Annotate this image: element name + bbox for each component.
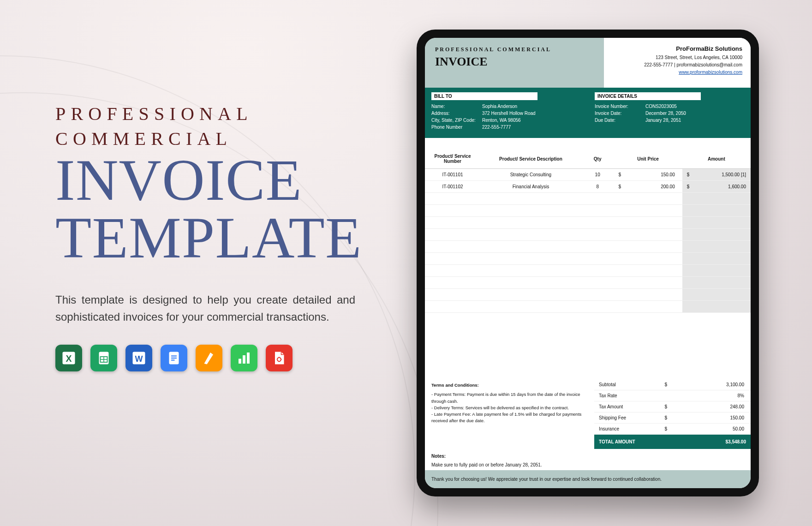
cell-amount: $1,600.00 — [682, 181, 751, 193]
table-row-empty — [425, 229, 751, 241]
company-website-link[interactable]: www.proformabizsolutions.com — [679, 70, 742, 75]
cell-num: IT-001102 — [425, 181, 480, 193]
label-phone: Phone Number — [431, 125, 482, 130]
bill-to-title: BILL TO — [431, 92, 537, 100]
sheets-icon — [90, 345, 117, 371]
svg-rect-14 — [247, 353, 250, 364]
table-row-empty — [425, 193, 751, 205]
docs-icon — [161, 345, 187, 371]
title-line1: PROFESSIONAL — [55, 102, 355, 126]
numbers-icon — [231, 345, 257, 371]
bill-name: Sophia Anderson — [482, 104, 517, 109]
table-row-empty — [425, 289, 751, 301]
tablet-frame: PROFESSIONAL COMMERCIAL INVOICE ProForma… — [417, 30, 759, 496]
cell-qty: 8 — [581, 181, 614, 193]
invoice-header-right: ProFormaBiz Solutions 123 Street, Street… — [604, 38, 751, 88]
bill-to-block: BILL TO Name:Sophia Anderson Address:372… — [431, 92, 581, 132]
table-row-empty — [425, 253, 751, 265]
taxamt-label: Tax Amount — [594, 401, 660, 412]
excel-icon: X — [55, 345, 82, 371]
company-name: ProFormaBiz Solutions — [604, 44, 742, 54]
invoice-details-block: INVOICE DETAILS Invoice Number:CONS20230… — [595, 92, 744, 132]
ins-value: 50.00 — [672, 424, 751, 435]
terms-title: Terms and Conditions: — [431, 382, 589, 389]
items-table: Product/ Service Number Product/ Service… — [425, 138, 751, 313]
term-3: - Late Payment Fee: A late payment fee o… — [431, 411, 589, 424]
title-big2: TEMPLATE — [55, 209, 355, 267]
label-invdate: Invoice Date: — [595, 111, 645, 116]
invoice-header: PROFESSIONAL COMMERCIAL INVOICE ProForma… — [425, 38, 751, 88]
line-items: Product/ Service Number Product/ Service… — [425, 138, 751, 379]
doc-title-line1: PROFESSIONAL COMMERCIAL — [435, 46, 604, 53]
details-title: INVOICE DETAILS — [595, 92, 701, 100]
cell-qty: 10 — [581, 169, 614, 181]
table-row: IT-001101Strategic Consulting10$150.00$1… — [425, 169, 751, 181]
info-band: BILL TO Name:Sophia Anderson Address:372… — [425, 88, 751, 138]
doc-title-line2: INVOICE — [435, 55, 604, 69]
summary-block: Subtotal$3,100.00 Tax Rate8% Tax Amount$… — [594, 379, 751, 449]
title-big1: INVOICE — [55, 151, 355, 209]
items-header-row: Product/ Service Number Product/ Service… — [425, 138, 751, 169]
cell-desc: Strategic Consulting — [480, 169, 581, 181]
due-date: January 28, 2051 — [645, 118, 681, 123]
notes-block: Notes: Make sure to fully paid on or bef… — [425, 449, 751, 470]
cell-desc: Financial Analysis — [480, 181, 581, 193]
table-row-empty — [425, 241, 751, 253]
label-invnum: Invoice Number: — [595, 104, 645, 109]
ship-value: 150.00 — [672, 412, 751, 424]
taxrate-value: 8% — [672, 390, 751, 401]
taxrate-label: Tax Rate — [594, 390, 660, 401]
notes-body: Make sure to fully paid on or before Jan… — [431, 462, 744, 467]
total-label: TOTAL AMOUNT — [594, 435, 660, 449]
table-row-empty — [425, 277, 751, 289]
taxamt-value: 248.00 — [672, 401, 751, 412]
invoice-header-left: PROFESSIONAL COMMERCIAL INVOICE — [425, 38, 604, 88]
svg-text:X: X — [66, 353, 72, 364]
table-row-empty — [425, 217, 751, 229]
notes-title: Notes: — [431, 454, 744, 459]
table-row-empty — [425, 301, 751, 313]
invoice-number: CONS2023005 — [645, 104, 677, 109]
svg-text:W: W — [135, 354, 143, 364]
company-contact: 222-555-7777 | proformabizsolutions@mail… — [604, 61, 742, 69]
bill-phone: 222-555-7777 — [482, 125, 511, 130]
thanks-footer: Thank you for choosing us! We appreciate… — [425, 470, 751, 488]
table-row: IT-001102Financial Analysis8$200.00$1,60… — [425, 181, 751, 193]
promo-panel: PROFESSIONAL COMMERCIAL INVOICE TEMPLATE… — [55, 102, 355, 371]
total-value: $3,548.00 — [672, 435, 751, 449]
svg-rect-12 — [239, 359, 241, 364]
col-num: Product/ Service Number — [425, 138, 480, 169]
app-icons-row: X W — [55, 345, 355, 371]
table-row-empty — [425, 205, 751, 217]
ins-label: Insurance — [594, 424, 660, 435]
pdf-icon — [266, 345, 293, 371]
subtotal-label: Subtotal — [594, 379, 660, 390]
cell-unit: $200.00 — [614, 181, 682, 193]
label-address: Address: — [431, 111, 482, 116]
bill-csz: Renton, WA 98056 — [482, 118, 521, 123]
ship-label: Shipping Fee — [594, 412, 660, 424]
col-amt: Amount — [682, 138, 751, 169]
subtotal-value: 3,100.00 — [672, 379, 751, 390]
cell-amount: $1,500.00 [1] — [682, 169, 751, 181]
table-row-empty — [425, 265, 751, 277]
label-name: Name: — [431, 104, 482, 109]
cell-num: IT-001101 — [425, 169, 480, 181]
invoice-date: December 28, 2050 — [645, 111, 686, 116]
lower-section: Terms and Conditions: - Payment Terms: P… — [425, 379, 751, 449]
col-unit: Unit Price — [614, 138, 682, 169]
label-csz: City, State, ZIP Code: — [431, 118, 482, 123]
svg-rect-13 — [243, 355, 245, 364]
terms-block: Terms and Conditions: - Payment Terms: P… — [425, 379, 594, 449]
label-due: Due Date: — [595, 118, 645, 123]
bill-address: 372 Hershell Hollow Road — [482, 111, 536, 116]
pages-icon — [196, 345, 222, 371]
word-icon: W — [125, 345, 152, 371]
invoice-document: PROFESSIONAL COMMERCIAL INVOICE ProForma… — [425, 38, 751, 488]
col-qty: Qty — [581, 138, 614, 169]
company-address: 123 Street, Street, Los Angeles, CA 1000… — [604, 54, 742, 61]
term-1: - Payment Terms: Payment is due within 1… — [431, 391, 589, 405]
term-2: - Delivery Terms: Services will be deliv… — [431, 405, 589, 411]
col-desc: Product/ Service Description — [480, 138, 581, 169]
cell-unit: $150.00 — [614, 169, 682, 181]
